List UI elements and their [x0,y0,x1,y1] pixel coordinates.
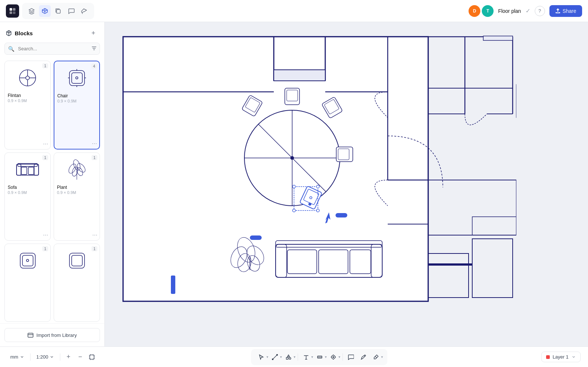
block-more-sofa[interactable]: ⋯ [43,232,48,238]
snap-tool-arrow[interactable]: ▾ [338,355,340,359]
svg-line-115 [375,356,377,358]
paint-icon[interactable] [79,5,90,17]
help-button[interactable]: ? [535,6,545,16]
search-icon: 🔍 [8,46,14,52]
eraser-tool-arrow[interactable]: ▾ [381,355,383,359]
text-tool-arrow[interactable]: ▾ [311,355,313,359]
block-item-flintan[interactable]: 1 Flintan 0.9 × 0.9M ⋯ [4,61,51,150]
avatar-d: D [469,5,480,17]
bottom-right: Layer 1 [541,352,581,362]
blocks-icon[interactable] [39,5,51,17]
block-name-sofa: Sofa [8,185,47,190]
svg-rect-25 [28,167,34,174]
svg-point-102 [272,359,273,360]
svg-rect-26 [18,163,37,166]
block-item-plant[interactable]: 1 Plant 0.9 × 0.9M ⋯ [54,152,100,241]
svg-point-103 [276,354,277,355]
svg-point-96 [293,209,295,212]
svg-point-109 [333,356,334,357]
svg-point-9 [26,76,29,80]
svg-rect-43 [274,70,325,81]
eraser-tool-group: ▾ [370,351,383,363]
dimension-tool-button[interactable] [314,351,326,363]
fit-view-button[interactable] [87,352,97,362]
search-input[interactable] [4,43,100,55]
svg-rect-98 [171,276,175,294]
block-item-sofa[interactable]: 1 Sofa 0.9 × 0.9M ⋯ [4,152,51,241]
svg-point-105 [289,357,291,359]
shape-tool-group: ▾ [283,351,295,363]
zoom-in-button[interactable]: + [63,352,74,362]
topbar: D T Floor plan ✓ ? Share [0,0,588,22]
layer-dot [546,355,550,359]
svg-rect-34 [22,255,33,266]
block-item-chair2[interactable]: 1 [4,244,51,322]
layer-selector[interactable]: Layer 1 [541,352,581,362]
block-item-chair[interactable]: 4 Chair 0.9 × 0.9M ⋯ [54,61,100,150]
svg-rect-59 [483,36,513,40]
svg-rect-21 [17,164,39,175]
avatar-t: T [482,5,494,17]
line-tool-arrow[interactable]: ▾ [280,355,282,359]
select-tool-button[interactable] [255,351,267,363]
import-from-library-button[interactable]: Import from Library [4,328,100,342]
block-name-plant: Plant [57,185,97,190]
snap-tool-button[interactable] [327,351,339,363]
bottom-toolbar: ▾ ▾ ▾ ▾ ▾ [251,349,387,365]
canvas[interactable] [105,22,588,346]
text-tool-button[interactable] [300,351,312,363]
line-tool-button[interactable] [269,351,281,363]
dimension-tool-arrow[interactable]: ▾ [325,355,327,359]
scale-selector[interactable]: 1:200 [33,353,57,361]
svg-point-35 [26,259,29,262]
comment-icon[interactable] [65,5,77,17]
block-img-plant [57,156,97,183]
svg-rect-101 [90,355,94,359]
import-icon [28,332,33,338]
unit-selector[interactable]: mm [7,353,27,361]
sidebar-header: Blocks + [0,22,104,43]
import-btn-container: Import from Library [0,323,104,346]
markup-tool-button[interactable] [358,351,369,363]
svg-rect-23 [34,164,39,175]
shape-tool-button[interactable] [283,351,294,363]
zoom-out-button[interactable]: − [75,352,85,362]
check-icon: ✓ [526,7,530,14]
block-size-chair: 0.9 × 0.9M [57,99,96,103]
block-img-flintan [8,64,47,91]
block-size-plant: 0.9 × 0.9M [57,190,97,195]
scale-label: 1:200 [36,354,49,360]
dimension-tool-group: ▾ [314,351,327,363]
share-button[interactable]: Share [549,5,582,17]
block-name-flintan: Flintan [8,93,47,98]
duplicate-icon[interactable] [52,5,64,17]
unit-label: mm [10,354,18,360]
block-item-chair3[interactable]: 1 [54,244,100,322]
svg-rect-3 [13,11,15,14]
drag-indicator [250,235,262,240]
sidebar: Blocks + 🔍 1 [0,22,105,346]
toolbar [22,3,94,19]
main-content: Blocks + 🔍 1 [0,22,588,346]
search-bar: 🔍 [4,43,100,55]
app-logo[interactable] [6,4,19,18]
block-more-plant[interactable]: ⋯ [92,232,97,238]
select-tool-arrow[interactable]: ▾ [266,355,268,359]
layer-name: Layer 1 [553,354,569,360]
layer-chevron-icon [571,355,576,359]
block-more-chair[interactable]: ⋯ [92,141,97,147]
eraser-tool-button[interactable] [370,351,382,363]
select-tool-group: ▾ [255,351,268,363]
unit-chevron-icon [20,355,24,359]
block-name-chair: Chair [57,93,96,98]
svg-line-114 [364,356,365,356]
svg-rect-56 [472,217,516,235]
filter-icon[interactable] [91,45,97,52]
block-more-flintan[interactable]: ⋯ [43,141,48,147]
svg-point-28 [67,163,78,174]
add-block-button[interactable]: + [88,28,98,38]
comment-tool-button[interactable] [345,351,357,363]
svg-rect-104 [286,357,288,359]
shape-tool-arrow[interactable]: ▾ [294,355,295,359]
layers-icon[interactable] [26,5,37,17]
